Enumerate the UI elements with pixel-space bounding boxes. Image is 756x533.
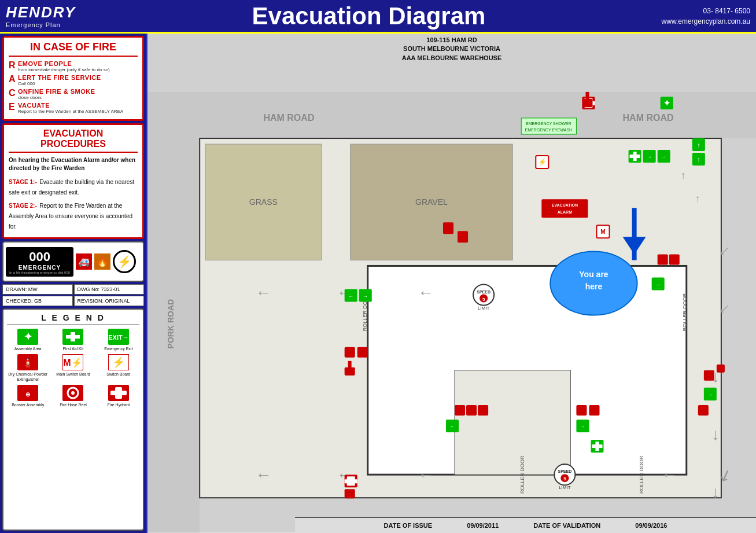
svg-text:EMERGENCY SHOWER: EMERGENCY SHOWER [526, 122, 571, 126]
svg-text:here: here [585, 282, 603, 291]
firstaid-icon [62, 328, 84, 345]
svg-rect-68 [541, 199, 588, 218]
fire-item-a: A LERT THE FIRE SERVICE Call 000 [9, 74, 138, 86]
fire-letter-c: C [9, 88, 17, 98]
fire-main-c: ONFINE FIRE & SMOKE [18, 88, 95, 95]
map-area: 109-115 HAM RD SOUTH MELBOURNE VICTORIA … [147, 34, 756, 533]
validation-label: DATE OF VALIDATION [533, 522, 600, 529]
stage2-label: STAGE 2:- [9, 203, 37, 209]
svg-text:→: → [707, 392, 713, 398]
hydrant-label: Fire Hydrant [108, 403, 130, 407]
extinguisher-label: Dry Chemical Powder Extinguisher [7, 372, 49, 382]
svg-text:←: ← [255, 284, 271, 302]
pork-road-label: PORK ROAD [166, 299, 175, 349]
svg-text:←: ← [348, 293, 353, 299]
svg-text:⊕: ⊕ [25, 391, 30, 398]
phone: 03- 8417- 6500 [662, 6, 750, 16]
drawn-cell: DRAWN: MW [2, 284, 73, 295]
svg-text:→: → [647, 154, 652, 160]
switchboard-icon: M⚡ [62, 354, 84, 371]
svg-text:5: 5 [482, 297, 485, 302]
assembly-icon: ✦ [17, 328, 39, 345]
svg-text:LIMIT: LIMIT [559, 485, 571, 490]
svg-rect-81 [630, 155, 640, 158]
contact-info: 03- 8417- 6500 www.emergencyplan.com.au [662, 6, 750, 27]
svg-text:ROLLER DOOR: ROLLER DOOR [639, 455, 644, 494]
fire-sub-e: Report to the Fire Warden at the ASSEMBL… [18, 109, 123, 114]
svg-text:ROLLER DOOR: ROLLER DOOR [682, 293, 688, 331]
svg-rect-101 [466, 405, 477, 416]
svg-point-21 [71, 391, 75, 395]
svg-text:↑: ↑ [695, 193, 700, 204]
switchboard2-label: Switch Board [106, 372, 130, 377]
legend-item-switchboard2: ⚡ Switch Board [98, 354, 139, 382]
svg-rect-112 [345, 489, 355, 498]
evac-intro: On hearing the Evacuation Alarm and/or w… [9, 156, 138, 172]
logo: HENDRY Emergency Plan [6, 3, 76, 28]
svg-text:✦: ✦ [24, 331, 32, 343]
map-svg: HAM ROAD HAM ROAD PORK ROAD GRASS GRAVEL… [147, 34, 756, 533]
road-left-label: HAM ROAD [263, 112, 314, 123]
legend-item-assembly: ✦ Assembly Area [7, 328, 49, 351]
svg-rect-34 [455, 370, 570, 475]
legend-item-hydrant: Fire Hydrant [98, 384, 139, 407]
evac-stage2: STAGE 2:- Report to the Fire Warden at t… [9, 200, 138, 231]
fire-main-r: EMOVE PEOPLE [18, 60, 110, 67]
extinguisher-icon: 🧯 [17, 354, 39, 371]
issue-date: 09/09/2011 [467, 522, 499, 529]
legend-title: L E G E N D [7, 313, 139, 325]
ambulance-icon: 🚑 [76, 253, 92, 270]
svg-text:←: ← [450, 424, 455, 429]
logo-name: HENDRY [6, 3, 76, 21]
svg-rect-102 [478, 405, 488, 416]
emergency-number: 000 [29, 249, 50, 264]
svg-text:M: M [600, 229, 605, 235]
legend-item-hosereel: Fire Hose Reel [52, 384, 94, 407]
svg-text:↑: ↑ [697, 156, 700, 164]
svg-rect-87 [458, 231, 468, 242]
svg-text:LIMIT: LIMIT [478, 306, 490, 311]
svg-rect-111 [345, 479, 357, 483]
sidebar: IN CASE OF FIRE R EMOVE PEOPLE from imme… [0, 34, 147, 533]
svg-rect-95 [669, 254, 680, 264]
legend-section: L E G E N D ✦ Assembly Area [2, 308, 144, 531]
legend-item-extinguisher: 🧯 Dry Chemical Powder Extinguisher [7, 354, 49, 382]
checked-cell: CHECKED: GB [2, 296, 73, 306]
svg-text:←: ← [255, 466, 271, 484]
svg-text:ROLLER DOOR: ROLLER DOOR [519, 455, 525, 494]
emergency-word: EMERGENCY [19, 264, 61, 271]
fire-title: IN CASE OF FIRE [9, 41, 138, 57]
svg-text:EVACUATION: EVACUATION [552, 203, 578, 207]
validation-date: 09/09/2016 [635, 522, 667, 529]
svg-rect-105 [576, 405, 587, 416]
svg-rect-100 [455, 405, 465, 416]
firstaid-label: First Aid Kit [63, 347, 83, 351]
emergency-000: 000 EMERGENCY In a life threatening emer… [6, 247, 73, 277]
lightning-icon: ⚡ [113, 250, 136, 273]
svg-rect-24 [110, 391, 127, 395]
svg-rect-119 [348, 361, 352, 369]
fire-main-e: VACUATE [18, 102, 123, 109]
header: HENDRY Emergency Plan Evacuation Diagram… [0, 0, 756, 34]
issue-label: DATE OF ISSUE [384, 522, 433, 529]
svg-rect-121 [585, 92, 589, 100]
fire-section: IN CASE OF FIRE R EMOVE PEOPLE from imme… [2, 36, 144, 121]
svg-text:SPEED: SPEED [477, 290, 491, 294]
svg-text:You are: You are [579, 270, 609, 279]
main-layout: IN CASE OF FIRE R EMOVE PEOPLE from imme… [0, 34, 756, 533]
legend-item-exit: EXIT→ Emergency Exit [98, 328, 139, 351]
svg-text:✦: ✦ [663, 98, 670, 108]
legend-item-firstaid: First Aid Kit [52, 328, 94, 351]
switchboard-label: Main Switch Board [56, 372, 90, 377]
svg-text:↑: ↑ [681, 170, 686, 181]
map-address: 109-115 HAM RD SOUTH MELBOURNE VICTORIA … [402, 36, 502, 63]
svg-rect-93 [357, 347, 368, 358]
svg-rect-92 [345, 347, 355, 358]
svg-text:←: ← [418, 466, 434, 484]
revision-cell: REVISION: ORIGINAL [74, 296, 145, 306]
svg-rect-106 [589, 405, 599, 416]
svg-text:⚡: ⚡ [112, 356, 126, 369]
fire-letter-r: R [9, 60, 17, 71]
switchboard2-icon: ⚡ [108, 354, 130, 371]
svg-rect-117 [698, 405, 709, 416]
